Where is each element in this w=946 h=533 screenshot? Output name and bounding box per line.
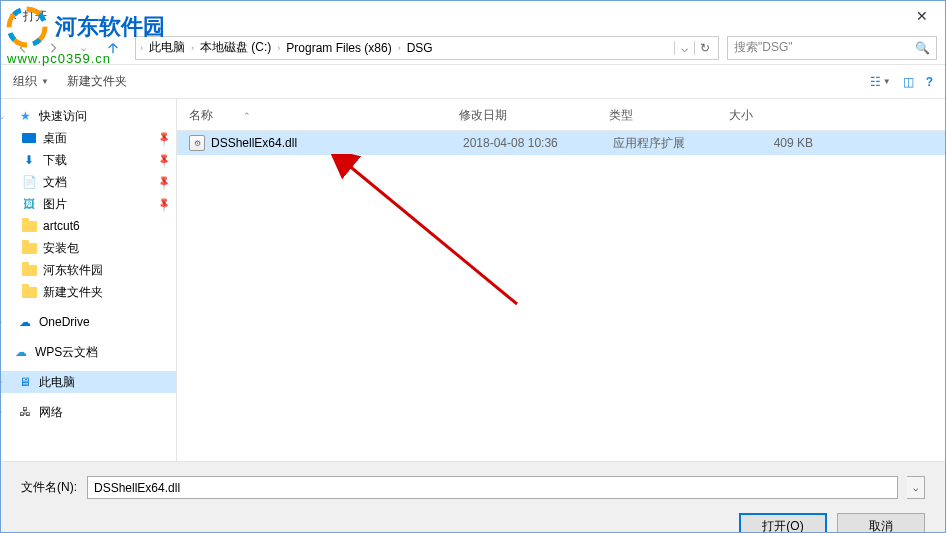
filename-dropdown[interactable]: ⌵ bbox=[907, 476, 925, 499]
chevron-right-icon: › bbox=[140, 43, 143, 53]
chevron-right-icon: › bbox=[191, 43, 194, 53]
view-options-button[interactable]: ☷ ▼ bbox=[870, 75, 891, 89]
column-headers: 名称⌃ 修改日期 类型 大小 bbox=[177, 99, 945, 131]
pin-icon: 📌 bbox=[156, 152, 172, 168]
bottom-panel: 文件名(N): ⌵ 打开(O) 取消 bbox=[1, 461, 945, 533]
sidebar-item-folder[interactable]: 安装包 bbox=[1, 237, 176, 259]
sidebar-item-documents[interactable]: 📄文档📌 bbox=[1, 171, 176, 193]
svg-line-2 bbox=[347, 164, 517, 304]
filename-label: 文件名(N): bbox=[21, 479, 77, 496]
organize-button[interactable]: 组织 ▼ bbox=[13, 73, 49, 90]
breadcrumb-item[interactable]: 此电脑 bbox=[145, 37, 189, 58]
search-placeholder: 搜索"DSG" bbox=[734, 39, 793, 56]
folder-icon bbox=[21, 218, 37, 234]
cloud-icon: ☁ bbox=[17, 314, 33, 330]
sidebar-item-quick-access[interactable]: ⌵★快速访问 bbox=[1, 105, 176, 127]
file-row[interactable]: ⚙ DSShellEx64.dll 2018-04-08 10:36 应用程序扩… bbox=[177, 131, 945, 155]
chevron-down-icon: ▼ bbox=[41, 77, 49, 86]
preview-icon: ◫ bbox=[903, 75, 914, 89]
sidebar-item-pictures[interactable]: 🖼图片📌 bbox=[1, 193, 176, 215]
search-input[interactable]: 搜索"DSG" 🔍 bbox=[727, 36, 937, 60]
breadcrumb-item[interactable]: 本地磁盘 (C:) bbox=[196, 37, 275, 58]
open-button[interactable]: 打开(O) bbox=[739, 513, 827, 533]
sidebar-item-folder[interactable]: 新建文件夹 bbox=[1, 281, 176, 303]
file-list: 名称⌃ 修改日期 类型 大小 ⚙ DSShellEx64.dll 2018-04… bbox=[177, 99, 945, 461]
cloud-icon: ☁ bbox=[13, 344, 29, 360]
picture-icon: 🖼 bbox=[21, 196, 37, 212]
annotation-arrow bbox=[327, 154, 527, 314]
download-icon: ⬇ bbox=[21, 152, 37, 168]
chevron-right-icon: › bbox=[1, 377, 9, 387]
chevron-right-icon: › bbox=[1, 317, 9, 327]
titlebar: ✕ 打开 ✕ bbox=[1, 1, 945, 31]
file-name: DSShellEx64.dll bbox=[211, 136, 463, 150]
sidebar-item-wps[interactable]: ☁WPS云文档 bbox=[1, 341, 176, 363]
nav-up-button[interactable] bbox=[99, 35, 127, 61]
chevron-down-icon: ▼ bbox=[883, 77, 891, 86]
help-button[interactable]: ? bbox=[926, 75, 933, 89]
navbar: ⌵ › 此电脑 › 本地磁盘 (C:) › Program Files (x86… bbox=[1, 31, 945, 65]
column-header-type[interactable]: 类型 bbox=[609, 107, 729, 124]
file-type: 应用程序扩展 bbox=[613, 135, 733, 152]
preview-pane-button[interactable]: ◫ bbox=[903, 75, 914, 89]
nav-recent-button[interactable]: ⌵ bbox=[69, 35, 97, 61]
folder-icon bbox=[21, 240, 37, 256]
window-title: ✕ 打开 bbox=[9, 8, 47, 25]
new-folder-button[interactable]: 新建文件夹 bbox=[67, 73, 127, 90]
column-header-name[interactable]: 名称⌃ bbox=[189, 107, 459, 124]
sidebar-item-folder[interactable]: 河东软件园 bbox=[1, 259, 176, 281]
breadcrumb-item[interactable]: Program Files (x86) bbox=[282, 39, 395, 57]
breadcrumb-item[interactable]: DSG bbox=[403, 39, 437, 57]
document-icon: 📄 bbox=[21, 174, 37, 190]
pin-icon: 📌 bbox=[156, 174, 172, 190]
cancel-button[interactable]: 取消 bbox=[837, 513, 925, 533]
close-button[interactable]: ✕ bbox=[899, 1, 945, 31]
breadcrumb-dropdown[interactable]: ⌵ bbox=[674, 41, 694, 55]
nav-back-button bbox=[9, 35, 37, 61]
star-icon: ★ bbox=[17, 108, 33, 124]
help-icon: ? bbox=[926, 75, 933, 89]
chevron-right-icon: › bbox=[398, 43, 401, 53]
network-icon: 🖧 bbox=[17, 404, 33, 420]
nav-forward-button bbox=[39, 35, 67, 61]
sidebar-item-downloads[interactable]: ⬇下载📌 bbox=[1, 149, 176, 171]
pc-icon: 🖥 bbox=[17, 374, 33, 390]
file-date: 2018-04-08 10:36 bbox=[463, 136, 613, 150]
dll-file-icon: ⚙ bbox=[189, 135, 205, 151]
sidebar-item-network[interactable]: ›🖧网络 bbox=[1, 401, 176, 423]
column-header-date[interactable]: 修改日期 bbox=[459, 107, 609, 124]
sidebar-item-onedrive[interactable]: ›☁OneDrive bbox=[1, 311, 176, 333]
sort-asc-icon: ⌃ bbox=[243, 111, 251, 121]
view-icon: ☷ bbox=[870, 75, 881, 89]
toolbar: 组织 ▼ 新建文件夹 ☷ ▼ ◫ ? bbox=[1, 65, 945, 99]
desktop-icon bbox=[21, 130, 37, 146]
sidebar-item-folder[interactable]: artcut6 bbox=[1, 215, 176, 237]
search-icon[interactable]: 🔍 bbox=[915, 41, 930, 55]
folder-icon bbox=[21, 262, 37, 278]
breadcrumb[interactable]: › 此电脑 › 本地磁盘 (C:) › Program Files (x86) … bbox=[135, 36, 719, 60]
column-header-size[interactable]: 大小 bbox=[729, 107, 809, 124]
pin-icon: 📌 bbox=[156, 196, 172, 212]
chevron-down-icon: ⌵ bbox=[1, 111, 9, 121]
filename-input[interactable] bbox=[87, 476, 898, 499]
chevron-right-icon: › bbox=[277, 43, 280, 53]
folder-icon bbox=[21, 284, 37, 300]
sidebar-item-this-pc[interactable]: ›🖥此电脑 bbox=[1, 371, 176, 393]
file-size: 409 KB bbox=[733, 136, 813, 150]
chevron-right-icon: › bbox=[1, 407, 9, 417]
breadcrumb-refresh[interactable]: ↻ bbox=[694, 41, 714, 55]
sidebar: ⌵★快速访问 桌面📌 ⬇下载📌 📄文档📌 🖼图片📌 artcut6 安装包 河东… bbox=[1, 99, 177, 461]
sidebar-item-desktop[interactable]: 桌面📌 bbox=[1, 127, 176, 149]
pin-icon: 📌 bbox=[156, 130, 172, 146]
